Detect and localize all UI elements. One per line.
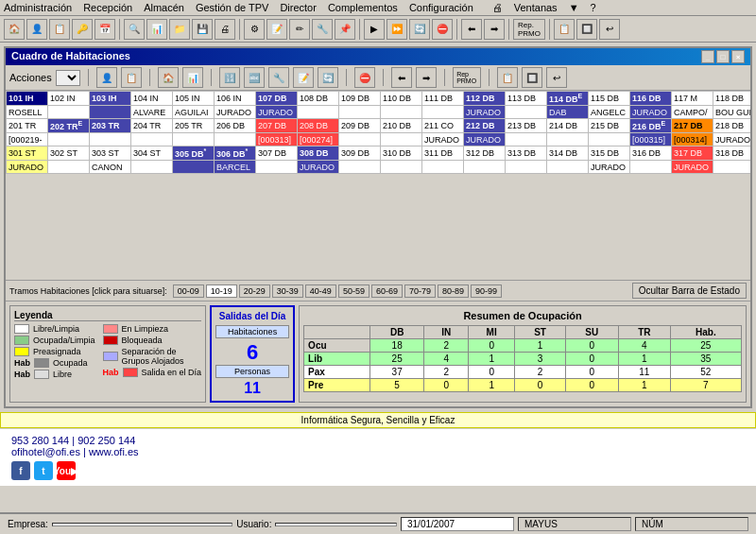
room-207[interactable]: 207 DB <box>256 119 298 133</box>
room-317[interactable]: 317 DB <box>672 146 713 161</box>
g-215[interactable] <box>589 133 630 146</box>
tab-30-39[interactable]: 30-39 <box>272 284 303 298</box>
g-305[interactable] <box>173 161 215 174</box>
guest-113[interactable] <box>506 106 547 119</box>
toolbar-icon-2[interactable]: 👤 <box>26 19 47 40</box>
toolbar-icon-22[interactable]: 📋 <box>554 19 575 40</box>
action-icon-9[interactable]: 🔄 <box>318 67 338 88</box>
toolbar-icon-24[interactable]: ↩ <box>599 19 620 40</box>
g-207[interactable]: [000313] <box>256 133 298 146</box>
action-icon-8[interactable]: 📝 <box>293 67 314 88</box>
action-icon-4[interactable]: 📊 <box>182 67 203 88</box>
room-102[interactable]: 102 IN <box>48 92 90 106</box>
room-202[interactable]: 202 TRE <box>48 119 90 133</box>
maximize-button[interactable]: □ <box>716 50 730 63</box>
guest-118[interactable]: BOU GUI <box>713 106 751 119</box>
close-button[interactable]: × <box>731 50 745 63</box>
toolbar-icon-13[interactable]: ✏ <box>289 19 310 40</box>
g-317[interactable]: JURADO <box>672 161 713 174</box>
room-203[interactable]: 203 TR <box>90 119 131 133</box>
g-208[interactable]: [000274] <box>298 133 339 146</box>
room-206[interactable]: 206 DB <box>215 119 256 133</box>
room-315[interactable]: 315 DB <box>589 146 630 161</box>
tab-00-09[interactable]: 00-09 <box>173 284 204 298</box>
toolbar-icon-9[interactable]: 💾 <box>192 19 213 40</box>
tab-50-59[interactable]: 50-59 <box>338 284 369 298</box>
room-214[interactable]: 214 DB <box>547 119 589 133</box>
toolbar-icon-6[interactable]: 🔍 <box>124 19 145 40</box>
menu-complementos[interactable]: Complementos <box>328 2 398 13</box>
guest-101[interactable]: ROSELL <box>7 106 48 119</box>
g-211[interactable]: JURADO <box>422 133 464 146</box>
g-206[interactable] <box>215 133 256 146</box>
room-113[interactable]: 113 DB <box>506 92 547 106</box>
tab-70-79[interactable]: 70-79 <box>404 284 436 298</box>
g-210[interactable] <box>381 133 422 146</box>
g-204[interactable] <box>131 133 173 146</box>
toolbar-icon-1[interactable]: 🏠 <box>4 19 25 40</box>
toolbar-icon-10[interactable]: 🖨 <box>215 19 235 40</box>
action-icon-1[interactable]: 👤 <box>96 67 117 88</box>
room-305[interactable]: 305 DB* <box>173 146 215 161</box>
guest-105[interactable]: AGUILAI <box>173 106 215 119</box>
room-201[interactable]: 201 TR <box>7 119 48 133</box>
action-icon-10[interactable]: ⛔ <box>354 67 375 88</box>
room-104[interactable]: 104 IN <box>131 92 173 106</box>
room-314[interactable]: 314 DB <box>547 146 589 161</box>
toolbar-icon-4[interactable]: 🔑 <box>72 19 93 40</box>
g-303[interactable]: CANON <box>90 161 131 174</box>
room-116[interactable]: 116 DB <box>630 92 672 106</box>
room-316[interactable]: 316 DB <box>630 146 672 161</box>
room-115[interactable]: 115 DB <box>589 92 630 106</box>
toolbar-icon-14[interactable]: 🔧 <box>312 19 333 40</box>
g-304[interactable] <box>131 161 173 174</box>
room-103[interactable]: 103 IH <box>90 92 131 106</box>
room-107[interactable]: 107 DB <box>256 92 298 106</box>
guest-116[interactable]: JURADO <box>630 106 672 119</box>
menu-gestion-tpv[interactable]: Gestión de TPV <box>196 2 268 13</box>
toolbar-icon-3[interactable]: 📋 <box>49 19 70 40</box>
g-318[interactable] <box>713 161 751 174</box>
action-icon-7[interactable]: 🔧 <box>268 67 289 88</box>
toolbar-icon-21[interactable]: ➡ <box>484 19 505 40</box>
room-118[interactable]: 118 DB <box>713 92 751 106</box>
menu-ventanas[interactable]: Ventanas <box>514 2 558 13</box>
menu-almacen[interactable]: Almacén <box>144 2 184 13</box>
room-310[interactable]: 310 DB <box>381 146 422 161</box>
room-109[interactable]: 109 DB <box>339 92 381 106</box>
room-215[interactable]: 215 DB <box>589 119 630 133</box>
room-213[interactable]: 213 DB <box>506 119 547 133</box>
ocultar-barra-button[interactable]: Ocultar Barra de Estado <box>632 283 747 299</box>
facebook-icon[interactable]: f <box>11 461 30 480</box>
tab-60-69[interactable]: 60-69 <box>371 284 403 298</box>
room-303[interactable]: 303 ST <box>90 146 131 161</box>
g-202[interactable] <box>48 133 90 146</box>
guest-114[interactable]: DAB <box>547 106 589 119</box>
room-311[interactable]: 311 DB <box>422 146 464 161</box>
room-216[interactable]: 216 DBE <box>630 119 672 133</box>
room-111[interactable]: 111 DB <box>422 92 464 106</box>
g-217[interactable]: [000314] <box>672 133 713 146</box>
action-icon-11[interactable]: ⬅ <box>391 67 412 88</box>
g-209[interactable] <box>339 133 381 146</box>
toolbar-icon-19[interactable]: ⛔ <box>432 19 453 40</box>
g-301[interactable]: JURADO <box>7 161 48 174</box>
guest-112[interactable]: JURADO <box>464 106 506 119</box>
action-icon-12[interactable]: ➡ <box>416 67 437 88</box>
room-208[interactable]: 208 DB <box>298 119 339 133</box>
g-214[interactable] <box>547 133 589 146</box>
room-307[interactable]: 307 DB <box>256 146 298 161</box>
guest-107[interactable]: JURADO <box>256 106 298 119</box>
action-icon-5[interactable]: 🔢 <box>219 67 240 88</box>
g-302[interactable] <box>48 161 90 174</box>
g-213[interactable] <box>506 133 547 146</box>
menu-administracion[interactable]: Administración <box>4 2 72 13</box>
action-icon-14[interactable]: 🔲 <box>522 67 542 88</box>
room-309[interactable]: 309 DB <box>339 146 381 161</box>
g-312[interactable] <box>464 161 506 174</box>
room-209[interactable]: 209 DB <box>339 119 381 133</box>
guest-103[interactable] <box>90 106 131 119</box>
contact-website[interactable]: www.ofi.es <box>89 446 139 457</box>
guest-117[interactable]: CAMPO/ <box>672 106 713 119</box>
action-icon-13[interactable]: 📋 <box>497 67 518 88</box>
